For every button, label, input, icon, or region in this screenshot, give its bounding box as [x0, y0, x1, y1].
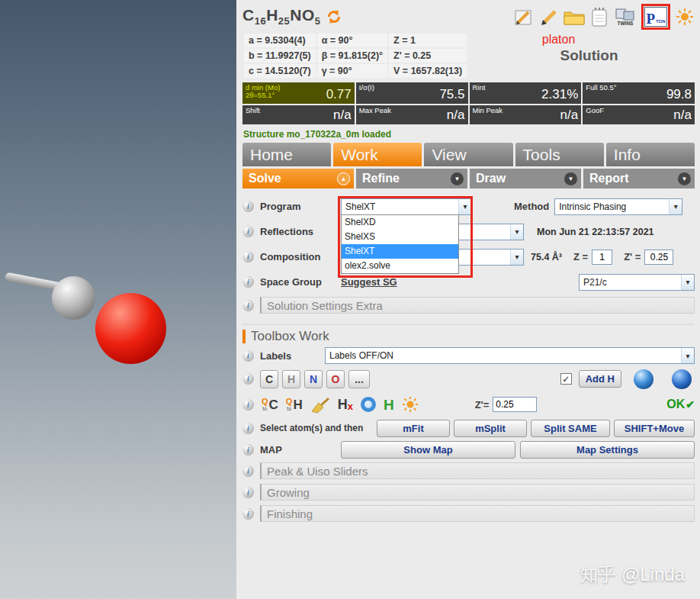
split-same-button[interactable]: Split SAME: [531, 420, 610, 437]
open-folder-icon[interactable]: [564, 5, 585, 29]
chevron-down-circle-icon[interactable]: [678, 172, 691, 185]
info-icon[interactable]: [242, 276, 254, 288]
element-o-button[interactable]: O: [326, 370, 345, 388]
info-icon[interactable]: [242, 508, 254, 520]
info-icon[interactable]: [242, 350, 254, 362]
info-icon[interactable]: [242, 300, 254, 311]
shift-move-button[interactable]: SHIFT+Move: [614, 420, 695, 437]
sketch-icon[interactable]: [515, 5, 535, 29]
notepad-icon[interactable]: [589, 5, 609, 29]
option-olex2solve[interactable]: olex2.solve: [342, 259, 458, 273]
zprime-toolbox-input[interactable]: [493, 397, 537, 412]
sun-icon[interactable]: [402, 396, 419, 413]
q-to-c-icon[interactable]: Qto C: [262, 398, 278, 411]
spacegroup-select[interactable]: P21/c: [579, 274, 695, 291]
tab-info[interactable]: Info: [606, 143, 695, 166]
x-letter: x: [348, 401, 353, 411]
map-row: MAP Show Map Map Settings: [242, 439, 695, 460]
h-toggle-icon[interactable]: H: [384, 398, 394, 412]
spacegroup-row: Space Group Suggest SG P21/c: [242, 269, 695, 295]
program-select[interactable]: ShelXT: [341, 198, 472, 215]
table-row: c = 14.5120(7) γ = 90° V = 1657.82(13): [244, 64, 467, 78]
option-shelxt[interactable]: ShelXT: [342, 244, 458, 259]
info-icon[interactable]: [242, 444, 254, 456]
element-n-button[interactable]: N: [304, 370, 323, 388]
info-icon[interactable]: [242, 201, 254, 212]
z-input[interactable]: [592, 250, 612, 265]
show-map-button[interactable]: Show Map: [341, 441, 515, 459]
element-h-button[interactable]: H: [282, 370, 300, 388]
chevron-down-circle-icon[interactable]: [564, 172, 577, 185]
select-atoms-row: Select atom(s) and then mFit mSplit Spli…: [242, 417, 695, 439]
spacegroup-select-value: P21/c: [583, 277, 607, 288]
section-growing[interactable]: Growing: [260, 484, 695, 501]
twins-icon[interactable]: TWINS: [614, 5, 637, 29]
clean-broom-icon[interactable]: [310, 396, 330, 414]
suggest-sg-link[interactable]: Suggest SG: [341, 276, 397, 288]
pencil-icon[interactable]: [539, 5, 559, 29]
info-icon[interactable]: [242, 487, 254, 498]
platon-icon[interactable]: P TON: [644, 7, 667, 27]
element-c-button[interactable]: C: [260, 370, 278, 388]
stat-i-sigma: I/σ(I) 75.5: [356, 82, 468, 104]
stat-value: 99.8: [666, 87, 692, 102]
subtab-report[interactable]: Report: [583, 169, 695, 188]
stat-label: Shift: [246, 107, 260, 114]
oxygen-atom-sphere[interactable]: [95, 293, 166, 364]
labels-select[interactable]: Labels OFF/ON: [325, 347, 695, 364]
delete-h-icon[interactable]: Hx: [338, 398, 353, 411]
tab-home[interactable]: Home: [242, 143, 331, 166]
tab-tools[interactable]: Tools: [515, 143, 604, 166]
globe-swoosh-icon[interactable]: [634, 369, 653, 389]
map-settings-button[interactable]: Map Settings: [520, 441, 695, 459]
section-finishing[interactable]: Finishing: [260, 505, 695, 522]
method-select[interactable]: Intrinsic Phasing: [554, 198, 682, 215]
table-row: b = 11.9927(5) β = 91.815(2)° Z' = 0.25: [244, 49, 467, 63]
msplit-button[interactable]: mSplit: [454, 420, 527, 437]
section-solution-settings-extra[interactable]: Solution Settings Extra: [260, 297, 695, 314]
to-letter: to: [262, 406, 267, 411]
composition-row: Composition 75.4 Å³ Z = Z' =: [242, 244, 695, 269]
zprime-input[interactable]: [644, 250, 673, 265]
ok-button[interactable]: OK: [666, 398, 695, 411]
carbon-atom-sphere[interactable]: [52, 276, 95, 320]
option-shelxd[interactable]: ShelXD: [342, 215, 458, 230]
elements-row: C H N O ... Add H: [242, 366, 695, 391]
settings-sun-icon[interactable]: [675, 5, 695, 29]
q-peaks-toggle-icon[interactable]: [361, 397, 376, 412]
info-icon[interactable]: [242, 399, 254, 411]
chevron-up-circle-icon[interactable]: [337, 172, 350, 185]
growing-row: Growing: [242, 481, 695, 503]
option-shelxs[interactable]: ShelXS: [342, 230, 458, 244]
stat-label: Min Peak: [473, 107, 503, 114]
refresh-icon[interactable]: [326, 9, 342, 24]
info-icon[interactable]: [242, 423, 254, 434]
tab-work[interactable]: Work: [333, 143, 422, 166]
info-icon[interactable]: [242, 373, 254, 385]
stat-completeness: Full 50.5° 99.8: [583, 82, 695, 104]
subtab-draw[interactable]: Draw: [470, 169, 581, 188]
tab-view[interactable]: View: [424, 143, 512, 166]
map-label: MAP: [260, 444, 341, 456]
add-h-button[interactable]: Add H: [579, 370, 621, 388]
stat-max-peak: Max Peak n/a: [356, 105, 468, 124]
element-more-button[interactable]: ...: [348, 370, 370, 388]
section-peak-uiso-sliders[interactable]: Peak & Uiso Sliders: [260, 462, 695, 479]
info-icon[interactable]: [242, 226, 254, 237]
info-icon[interactable]: [242, 251, 254, 262]
subtab-refine[interactable]: Refine: [356, 169, 467, 188]
mfit-button[interactable]: mFit: [377, 420, 450, 437]
molecule-viewer[interactable]: [0, 0, 236, 599]
stat-min-peak: Min Peak n/a: [470, 105, 582, 124]
twins-icon-label: TWINS: [618, 21, 634, 27]
cell-beta: β = 91.815(2)°: [317, 49, 387, 63]
chevron-down-circle-icon[interactable]: [451, 172, 464, 185]
add-h-checkbox[interactable]: [560, 373, 572, 385]
stat-value: n/a: [447, 108, 465, 123]
q-to-h-icon[interactable]: Qto H: [286, 398, 303, 411]
status-message: Structure mo_170322a_0m loaded: [243, 129, 695, 140]
method-label: Method: [514, 201, 549, 212]
sphere-icon[interactable]: [672, 369, 692, 389]
subtab-solve[interactable]: Solve: [242, 169, 354, 188]
info-icon[interactable]: [242, 465, 254, 477]
